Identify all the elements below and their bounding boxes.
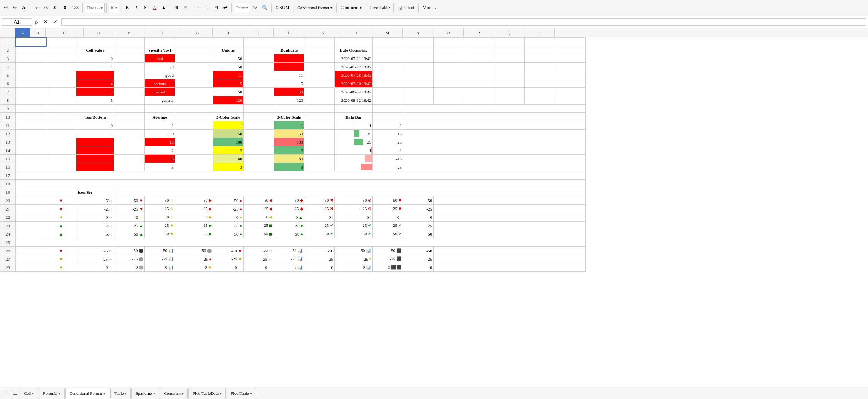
cell-l22[interactable]: 0 !: [373, 213, 403, 222]
cell-e10[interactable]: Average: [145, 113, 175, 121]
cell-g4[interactable]: 50: [213, 63, 244, 71]
row-num-25[interactable]: 25: [0, 238, 16, 247]
cell-p4[interactable]: [494, 63, 525, 71]
cell-g1[interactable]: [213, 38, 244, 46]
cell-o7[interactable]: [464, 88, 494, 96]
cell-h10[interactable]: [244, 113, 274, 121]
cell-d21[interactable]: -25 ▼: [114, 205, 145, 213]
cell-b8[interactable]: [46, 96, 76, 104]
cell-k6[interactable]: 2020-07-30 18:42: [335, 79, 373, 88]
cell-f15[interactable]: [175, 155, 213, 163]
cell-f23[interactable]: 25 ▶: [175, 222, 213, 230]
cell-g24[interactable]: 50 ●: [213, 230, 244, 238]
row-num-10[interactable]: 10: [0, 113, 16, 121]
cell-d7[interactable]: [114, 88, 145, 96]
number-format-button[interactable]: 123: [70, 3, 81, 13]
decimal-inc-button[interactable]: .0: [51, 3, 59, 13]
cell-e5[interactable]: good: [145, 71, 175, 79]
cell-c28[interactable]: 0 ↔: [76, 263, 114, 272]
cell-h26[interactable]: -50 ↕: [244, 247, 274, 255]
cell-b16[interactable]: [46, 163, 76, 171]
sheet-menu-button[interactable]: ☰: [11, 389, 20, 398]
cell-n6[interactable]: [434, 79, 464, 88]
cell-q1[interactable]: [525, 38, 555, 46]
cell-e11[interactable]: 1: [145, 121, 175, 130]
cell-i4[interactable]: [274, 63, 304, 71]
cell-e8[interactable]: general: [145, 96, 175, 104]
cell-m15-r15[interactable]: [403, 155, 586, 163]
cell-a2[interactable]: [16, 46, 46, 54]
cell-j23[interactable]: 25 ✔: [304, 222, 335, 230]
cell-l26[interactable]: -50 ⬛: [373, 247, 403, 255]
row-num-9[interactable]: 9: [0, 104, 16, 113]
cell-d22[interactable]: 0 —: [114, 213, 145, 222]
redo-button[interactable]: ↪: [11, 3, 19, 13]
cell-f3[interactable]: [175, 54, 213, 63]
row-num-15[interactable]: 15: [0, 155, 16, 163]
cell-b20[interactable]: ▼: [46, 196, 76, 205]
row-num-20[interactable]: 20: [0, 196, 16, 205]
col-header-f[interactable]: F: [144, 28, 182, 37]
cell-g14[interactable]: 2: [213, 146, 244, 155]
cell-k21[interactable]: -25 ⊗: [335, 205, 373, 213]
cell-a23[interactable]: [16, 222, 46, 230]
cell-c26[interactable]: -50 ↕: [76, 247, 114, 255]
cell-l1[interactable]: [373, 38, 403, 46]
cell-a28[interactable]: [16, 263, 46, 272]
cell-n26-r26[interactable]: [434, 247, 586, 255]
cell-j7[interactable]: [304, 88, 335, 96]
cell-i23[interactable]: 25 ●: [274, 222, 304, 230]
cell-18-rest[interactable]: [16, 180, 586, 188]
cell-o3[interactable]: [464, 54, 494, 63]
cell-m24[interactable]: 50: [403, 230, 434, 238]
cell-h9[interactable]: [244, 104, 274, 113]
cell-b23[interactable]: ▲: [46, 222, 76, 230]
cell-e20[interactable]: -50 ☆: [145, 196, 175, 205]
row-num-2[interactable]: 2: [0, 46, 16, 54]
cell-i15[interactable]: 60: [274, 155, 304, 163]
col-header-a[interactable]: A: [15, 28, 30, 37]
cell-d23[interactable]: 25 ▲: [114, 222, 145, 230]
font-name-dropdown[interactable]: Times ... ▾: [85, 3, 105, 13]
cell-d11[interactable]: [114, 121, 145, 130]
cell-d27[interactable]: -25 ⬤: [114, 255, 145, 263]
cell-m3[interactable]: [403, 54, 434, 63]
cell-k15[interactable]: -15: [335, 155, 373, 163]
cell-b19[interactable]: [46, 188, 76, 196]
cell-l27[interactable]: -25 ⬛: [373, 255, 403, 263]
cell-q5[interactable]: [525, 71, 555, 79]
cell-e22[interactable]: 0 ☆: [145, 213, 175, 222]
cell-c4[interactable]: 1: [76, 63, 114, 71]
cell-c22[interactable]: 0 →: [76, 213, 114, 222]
cell-h5[interactable]: [244, 71, 274, 79]
cell-f7[interactable]: [175, 88, 213, 96]
cell-g27[interactable]: -25 ★: [213, 255, 244, 263]
cell-d10[interactable]: [114, 113, 145, 121]
row-num-12[interactable]: 12: [0, 130, 16, 138]
cell-l5[interactable]: [373, 71, 403, 79]
cell-j10[interactable]: [304, 113, 335, 121]
cell-r6[interactable]: [555, 79, 586, 88]
cell-o4[interactable]: [464, 63, 494, 71]
cell-j2[interactable]: [304, 46, 335, 54]
cell-c1[interactable]: [76, 38, 114, 46]
more-button[interactable]: More...: [421, 3, 438, 13]
col-header-e[interactable]: E: [114, 28, 144, 37]
cell-b21[interactable]: ▼: [46, 205, 76, 213]
col-header-k[interactable]: K: [304, 28, 342, 37]
cell-m1[interactable]: [403, 38, 434, 46]
cell-n2[interactable]: [434, 46, 464, 54]
cell-i1[interactable]: [274, 38, 304, 46]
cell-d9[interactable]: [114, 104, 145, 113]
cell-e14[interactable]: 2: [145, 146, 175, 155]
cell-f10[interactable]: [175, 113, 213, 121]
cell-c20[interactable]: -50 ↕: [76, 196, 114, 205]
cell-l3[interactable]: [373, 54, 403, 63]
cell-q2[interactable]: [525, 46, 555, 54]
decimal-dec-button[interactable]: .00: [60, 3, 69, 13]
cell-i8[interactable]: 120: [274, 96, 304, 104]
spreadsheet-grid[interactable]: 1: [0, 37, 868, 387]
cell-c14[interactable]: [76, 146, 114, 155]
cell-j22[interactable]: 0 !: [304, 213, 335, 222]
cell-i28[interactable]: 0 📊: [274, 263, 304, 272]
